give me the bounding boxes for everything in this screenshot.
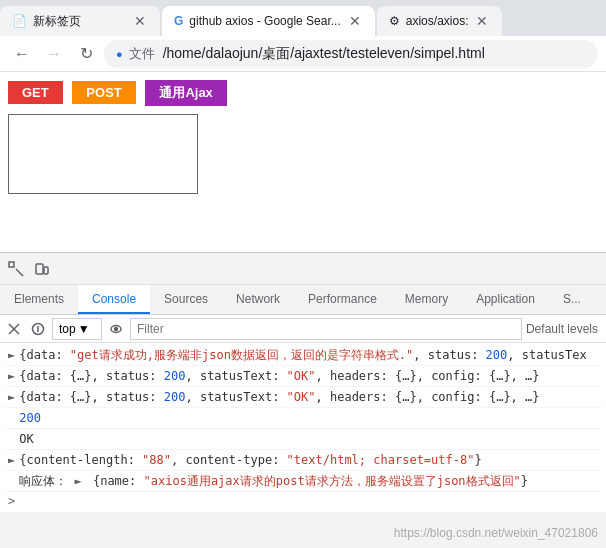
tab-elements[interactable]: Elements — [0, 285, 78, 314]
console-line-4: ► 200 — [4, 408, 602, 429]
console-text-6: {content-length: "88", content-type: "te… — [19, 451, 598, 469]
reload-button[interactable]: ↻ — [72, 40, 100, 68]
console-text-1: {data: "get请求成功,服务端非json数据返回，返回的是字符串格式."… — [19, 346, 598, 364]
expand-arrow-3[interactable]: ► — [8, 388, 15, 406]
eye-icon[interactable] — [106, 319, 126, 339]
ajax-button[interactable]: 通用Ajax — [145, 80, 226, 106]
page-content: GET POST 通用Ajax — [0, 72, 606, 252]
back-button[interactable]: ← — [8, 40, 36, 68]
tab-title-new: 新标签页 — [33, 13, 126, 30]
context-selector[interactable]: top ▼ — [52, 318, 102, 340]
tab-close-new[interactable]: ✕ — [132, 13, 148, 29]
forward-button[interactable]: → — [40, 40, 68, 68]
protocol-label: 文件 — [129, 45, 155, 63]
expand-arrow-1[interactable]: ► — [8, 346, 15, 364]
text-box — [8, 114, 198, 194]
tab-performance[interactable]: Performance — [294, 285, 391, 314]
address-bar[interactable]: ● 文件 /home/dalaojun/桌面/ajaxtest/testelev… — [104, 40, 598, 68]
devtools-toolbar — [0, 253, 606, 285]
svg-rect-2 — [44, 267, 48, 274]
devtools-filter-bar: top ▼ Default levels — [0, 315, 606, 343]
post-button[interactable]: POST — [72, 81, 135, 104]
tab-memory[interactable]: Memory — [391, 285, 462, 314]
device-toolbar-button[interactable] — [30, 257, 54, 281]
tab-bar: 📄 新标签页 ✕ G github axios - Google Sear...… — [0, 0, 606, 36]
tab-title-github: github axios - Google Sear... — [189, 14, 340, 28]
console-number-200: 200 — [19, 409, 41, 427]
devtools: Elements Console Sources Network Perform… — [0, 252, 606, 512]
svg-rect-1 — [36, 264, 43, 274]
tab-axios[interactable]: ⚙ axios/axios: ✕ — [377, 6, 503, 36]
svg-point-8 — [115, 327, 118, 330]
buttons-row: GET POST 通用Ajax — [8, 80, 598, 106]
tab-network[interactable]: Network — [222, 285, 294, 314]
get-button[interactable]: GET — [8, 81, 63, 104]
tab-favicon-github: G — [174, 14, 183, 28]
expand-arrow-2[interactable]: ► — [8, 367, 15, 385]
address-text: /home/dalaojun/桌面/ajaxtest/testeleven/si… — [163, 45, 586, 63]
tab-title-axios: axios/axios: — [406, 14, 469, 28]
console-line-5: ► OK — [4, 429, 602, 450]
console-line-7: ► 响应体： ► {name: "axios通用ajax请求的post请求方法，… — [4, 471, 602, 492]
console-line-3: ► {data: {…}, status: 200, statusText: "… — [4, 387, 602, 408]
console-line-2: ► {data: {…}, status: 200, statusText: "… — [4, 366, 602, 387]
tab-application[interactable]: Application — [462, 285, 549, 314]
console-output: ► {data: "get请求成功,服务端非json数据返回，返回的是字符串格式… — [0, 343, 606, 512]
devtools-tabs: Elements Console Sources Network Perform… — [0, 285, 606, 315]
clear-console-button[interactable] — [4, 319, 24, 339]
console-line-1: ► {data: "get请求成功,服务端非json数据返回，返回的是字符串格式… — [4, 345, 602, 366]
tab-security[interactable]: S... — [549, 285, 595, 314]
console-ok-text: OK — [19, 430, 33, 448]
tab-new[interactable]: 📄 新标签页 ✕ — [0, 6, 160, 36]
svg-rect-0 — [9, 262, 14, 267]
inspect-element-button[interactable] — [4, 257, 28, 281]
tab-close-axios[interactable]: ✕ — [474, 13, 490, 29]
expand-arrow-7[interactable]: ► — [74, 474, 81, 488]
console-caret: > — [8, 494, 15, 508]
console-text-7: 响应体： ► {name: "axios通用ajax请求的post请求方法，服务… — [19, 472, 598, 490]
tab-close-github[interactable]: ✕ — [347, 13, 363, 29]
watermark: https://blog.csdn.net/weixin_47021806 — [394, 526, 606, 540]
default-levels-button[interactable]: Default levels — [526, 322, 602, 336]
console-text-2: {data: {…}, status: 200, statusText: "OK… — [19, 367, 598, 385]
filter-toggle-button[interactable] — [28, 319, 48, 339]
tab-console[interactable]: Console — [78, 285, 150, 314]
console-line-6: ► {content-length: "88", content-type: "… — [4, 450, 602, 471]
expand-arrow-6[interactable]: ► — [8, 451, 15, 469]
protocol-icon: ● — [116, 48, 123, 60]
console-input-row: > — [4, 492, 602, 510]
tab-favicon: 📄 — [12, 14, 27, 28]
console-text-3: {data: {…}, status: 200, statusText: "OK… — [19, 388, 598, 406]
tab-sources[interactable]: Sources — [150, 285, 222, 314]
filter-input[interactable] — [130, 318, 522, 340]
nav-bar: ← → ↻ ● 文件 /home/dalaojun/桌面/ajaxtest/te… — [0, 36, 606, 72]
tab-favicon-axios: ⚙ — [389, 14, 400, 28]
tab-github[interactable]: G github axios - Google Sear... ✕ — [162, 6, 375, 36]
